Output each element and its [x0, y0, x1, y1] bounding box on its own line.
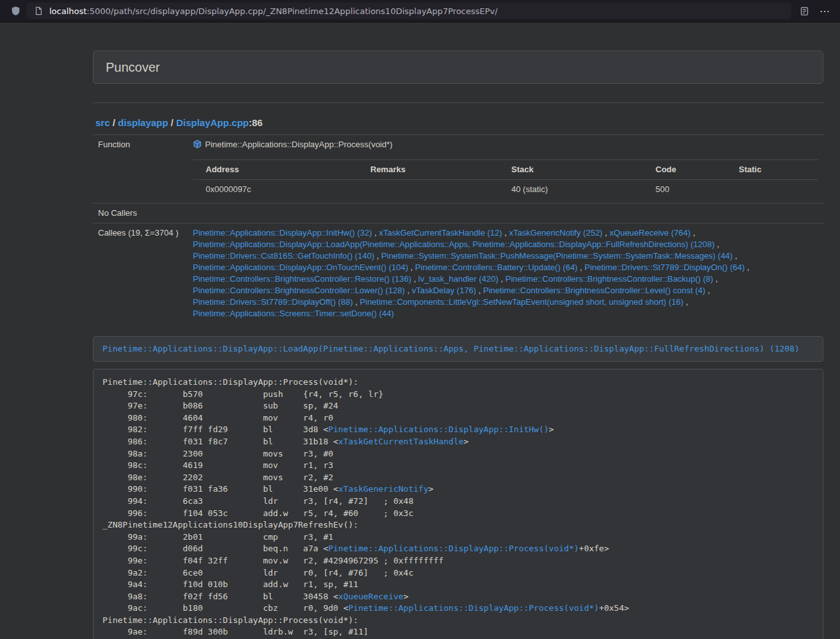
function-info-table: Function Pinetime::Applications::Display…: [93, 134, 823, 323]
code-symbol-link[interactable]: xQueueReceive: [338, 592, 404, 601]
code-text: 98e: 2202 movs r2, #2: [103, 473, 333, 482]
breadcrumb-link[interactable]: DisplayApp.cpp: [176, 117, 249, 128]
breadcrumb: src / displayapp / DisplayApp.cpp:86: [95, 117, 823, 129]
callees-row: Callees (19, Σ=3704 ) Pinetime::Applicat…: [93, 223, 823, 324]
code-text: >: [549, 425, 554, 434]
callee-link[interactable]: Pinetime::System::SystemTask::PushMessag…: [381, 251, 732, 261]
code-text: 98a: 2300 movs r3, #0: [103, 449, 333, 458]
callee-link[interactable]: Pinetime::Controllers::Battery::Update()…: [415, 263, 578, 272]
callee-separator: ,: [502, 228, 509, 238]
shield-icon[interactable]: [9, 4, 22, 17]
column-header-code: Code: [643, 160, 726, 180]
callee-link[interactable]: Pinetime::Applications::DisplayApp::OnTo…: [193, 263, 408, 272]
url-bar[interactable]: localhost:5000/path/src/displayapp/Displ…: [27, 3, 791, 19]
code-symbol-link[interactable]: Pinetime::Applications::DisplayApp::Proc…: [349, 603, 599, 613]
code-text: +0xfe>: [579, 544, 609, 553]
callee-separator: ,: [353, 297, 360, 307]
code-text: 99e: f04f 32ff mov.w r2, #4294967295 ; 0…: [103, 556, 443, 565]
url-text: localhost:5000/path/src/displayapp/Displ…: [49, 6, 786, 16]
detail-value-row: 0x0000097c 40 (static) 500: [193, 180, 818, 200]
callee-link[interactable]: Pinetime::Controllers::BrightnessControl…: [506, 274, 713, 284]
breadcrumb-link[interactable]: displayapp: [118, 117, 168, 128]
no-callers-row: No Callers: [93, 204, 823, 223]
callee-separator: ,: [411, 274, 418, 284]
code-text: Pinetime::Applications::DisplayApp::Proc…: [103, 615, 358, 625]
callee-separator: ,: [498, 274, 506, 284]
empty-row-label: [93, 156, 188, 204]
callees-list: Pinetime::Applications::DisplayApp::Init…: [188, 223, 823, 324]
code-text: 99c: d06d beq.n a7a <: [103, 544, 328, 553]
browser-toolbar: localhost:5000/path/src/displayapp/Displ…: [0, 0, 840, 22]
callee-separator: ,: [684, 297, 688, 307]
callee-separator: ,: [705, 286, 710, 295]
callee-link[interactable]: Pinetime::Controllers::BrightnessControl…: [193, 286, 405, 295]
callee-link[interactable]: Pinetime::Applications::DisplayApp::Init…: [193, 228, 372, 238]
callee-separator: ,: [476, 286, 483, 295]
callee-link[interactable]: xQueueReceive (764): [609, 228, 690, 238]
callee-separator: ,: [374, 251, 381, 261]
loadapp-link[interactable]: Pinetime::Applications::DisplayApp::Load…: [103, 344, 800, 353]
code-text: 980: 4604 mov r4, r0: [103, 413, 333, 423]
code-symbol-link[interactable]: Pinetime::Applications::DisplayApp::Proc…: [328, 544, 579, 553]
breadcrumb-separator: /: [168, 117, 176, 128]
page-title: Puncover: [106, 60, 160, 74]
callee-separator: ,: [577, 263, 584, 272]
callee-link[interactable]: vTaskDelay (176): [412, 286, 476, 295]
column-header-stack: Stack: [498, 160, 643, 180]
callee-separator: ,: [732, 251, 737, 261]
code-text: _ZN8Pinetime12Applications10DisplayApp7R…: [103, 520, 358, 530]
function-detail-table: Address Remarks Stack Code Static 0x0000…: [193, 159, 818, 199]
column-header-address: Address: [193, 160, 358, 180]
code-text: >: [464, 437, 469, 446]
code-text: 982: f7ff fd29 bl 3d8 <: [103, 425, 328, 434]
callee-link[interactable]: xTaskGenericNotify (252): [509, 228, 603, 238]
callee-link[interactable]: Pinetime::Controllers::BrightnessControl…: [483, 286, 705, 295]
callee-separator: ,: [602, 228, 609, 238]
code-text: 990: f031 fa36 bl 31e00 <: [103, 484, 338, 494]
reader-view-icon[interactable]: [798, 4, 811, 17]
callee-separator: ,: [745, 263, 749, 272]
reader-view-icon-glyph: [800, 6, 809, 16]
function-name: Pinetime::Applications::DisplayApp::Proc…: [205, 140, 393, 149]
divider: [93, 102, 823, 103]
callee-separator: ,: [372, 228, 379, 238]
code-symbol-link[interactable]: Pinetime::Applications::DisplayApp::Init…: [328, 425, 548, 434]
code-symbol-link[interactable]: xTaskGetCurrentTaskHandle: [338, 437, 464, 446]
menu-icon[interactable]: ⋯: [817, 5, 832, 17]
breadcrumb-separator: /: [110, 117, 119, 128]
breadcrumb-link[interactable]: src: [95, 117, 110, 128]
page-info-icon[interactable]: [32, 4, 45, 17]
url-path: :5000/path/src/displayapp/DisplayApp.cpp…: [86, 6, 497, 16]
page-content: Puncover src / displayapp / DisplayApp.c…: [0, 22, 840, 639]
callee-link[interactable]: Pinetime::Applications::DisplayApp::Load…: [193, 239, 714, 249]
code-text: 994: 6ca3 ldr r3, [r4, #72] ; 0x48: [103, 496, 413, 506]
code-text: 9a2: 6ce0 ldr r0, [r4, #76] ; 0x4c: [103, 568, 413, 578]
code-text: 99a: 2b01 cmp r3, #1: [103, 532, 333, 542]
code-text: 9ae: f89d 300b ldrb.w r3, [sp, #11]: [103, 627, 368, 636]
callee-link[interactable]: Pinetime::Components::LittleVgl::SetNewT…: [360, 297, 684, 307]
code-text: +0x54>: [599, 603, 629, 613]
detail-header-row: Address Remarks Stack Code Static: [193, 160, 818, 180]
breadcrumb-separator: :86: [249, 117, 263, 128]
callee-link[interactable]: Pinetime::Drivers::St7789::DisplayOff() …: [193, 297, 353, 307]
code-text: 9a4: f10d 010b add.w r1, sp, #11: [103, 579, 358, 589]
callee-link[interactable]: Pinetime::Drivers::Cst816S::GetTouchInfo…: [193, 251, 374, 261]
remarks-value: [358, 180, 498, 200]
code-text: Pinetime::Applications::DisplayApp::Proc…: [103, 377, 358, 387]
disassembly-code: Pinetime::Applications::DisplayApp::Proc…: [93, 369, 823, 639]
callees-label: Callees (19, Σ=3704 ): [93, 223, 188, 324]
code-text: 98c: 4619 mov r1, r3: [103, 460, 333, 470]
column-header-remarks: Remarks: [358, 160, 498, 180]
callee-link[interactable]: lv_task_handler (420): [418, 274, 498, 284]
callee-link[interactable]: Pinetime::Applications::Screens::Timer::…: [193, 309, 394, 318]
static-value: [726, 180, 818, 200]
code-text: 996: f104 053c add.w r5, r4, #60 ; 0x3c: [103, 508, 413, 518]
url-host: localhost: [49, 6, 86, 16]
code-text: 97c: b570 push {r4, r5, r6, lr}: [103, 389, 383, 399]
callee-separator: ,: [713, 274, 718, 284]
callee-link[interactable]: Pinetime::Drivers::St7789::DisplayOn() (…: [584, 263, 745, 272]
code-symbol-link[interactable]: xTaskGenericNotify: [338, 484, 429, 494]
callee-link[interactable]: Pinetime::Controllers::BrightnessControl…: [193, 274, 411, 284]
code-text: >: [404, 592, 409, 601]
callee-link[interactable]: xTaskGetCurrentTaskHandle (12): [379, 228, 502, 238]
